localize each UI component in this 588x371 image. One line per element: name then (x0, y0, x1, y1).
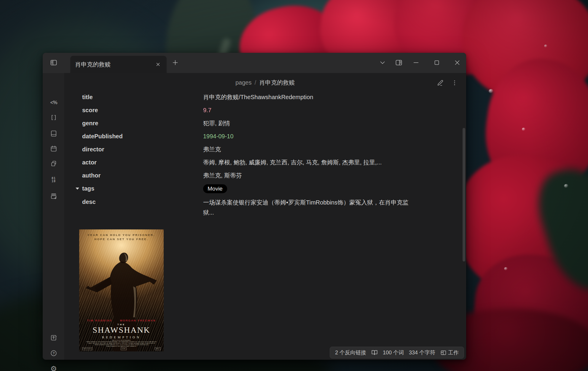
attr-value-desc[interactable]: 一场谋杀案使银行家安迪（蒂姆•罗宾斯TimRobbins饰）蒙冤入狱，在肖申克监… (203, 197, 412, 218)
close-window-icon[interactable] (454, 59, 461, 66)
tab-title: 肖申克的救赎 (75, 56, 111, 73)
left-dock: <% 01 10 (43, 73, 64, 360)
workspace-name: 工作 (448, 349, 459, 356)
poster-tagline-2: HOPE CAN SET YOU FREE. (79, 237, 164, 241)
more-kebab-icon[interactable] (451, 79, 458, 86)
safe-vault-icon[interactable] (50, 334, 57, 341)
poster-actor-left: TIM ROBBINS (87, 319, 112, 322)
char-count: 334 个字符 (409, 349, 435, 356)
editor-area: pages / 肖申克的救赎 title 肖申克的救赎/TheShawshank… (64, 73, 466, 360)
book-icon[interactable] (50, 130, 57, 137)
binary-bottom: 10 (52, 180, 56, 183)
status-bar: 2 个反向链接 100 个词 334 个字符 工作 (330, 347, 464, 359)
attribute-table: title 肖申克的救赎/TheShawshankRedemption scor… (82, 93, 412, 218)
calendar-icon[interactable] (50, 145, 57, 152)
maximize-icon[interactable] (433, 59, 440, 66)
poster-actor-names: TIM ROBBINS MORGAN FREEMAN (79, 319, 164, 322)
dock-panel-icon[interactable] (395, 59, 402, 66)
workspace-icon (440, 350, 447, 356)
settings-gear-icon[interactable]: ⚙ (50, 365, 57, 371)
minimize-icon[interactable] (412, 59, 420, 66)
attr-value-genre[interactable]: 犯罪, 剧情 (203, 119, 412, 128)
attr-key-score: score (82, 106, 203, 115)
copy-pages-icon[interactable] (50, 160, 57, 167)
tab-close-icon[interactable] (155, 61, 161, 67)
sidebar-toggle-icon[interactable] (50, 59, 57, 66)
poster-actor-right: MORGAN FREEMAN (120, 319, 156, 322)
attr-value-tags: Movie (203, 184, 412, 193)
poster-logo-right: SAVOY (155, 347, 161, 350)
tag-pill-movie[interactable]: Movie (203, 184, 227, 193)
attr-value-datepublished[interactable]: 1994-09-10 (203, 132, 412, 141)
edit-pencil-icon[interactable] (437, 79, 444, 86)
attr-key-title: title (82, 93, 203, 102)
brackets-icon[interactable] (50, 114, 57, 121)
workspace-switcher[interactable]: 工作 (440, 349, 459, 356)
book-open-icon[interactable] (371, 349, 378, 356)
template-icon[interactable]: <% (50, 99, 57, 106)
attr-key-datepublished: datePublished (82, 132, 203, 141)
breadcrumb-separator: / (254, 79, 256, 86)
titlebar: 肖申克的救赎 (43, 53, 466, 73)
breadcrumb-root[interactable]: pages (235, 79, 252, 86)
breadcrumb: pages / 肖申克的救赎 (64, 76, 466, 89)
attr-key-desc: desc (82, 197, 203, 218)
tab-shawshank[interactable]: 肖申克的救赎 (70, 56, 167, 73)
poster-logos: CASTLE ROCK DOLBY SAVOY (82, 347, 161, 350)
attr-key-genre: genre (82, 119, 203, 128)
backlinks-count[interactable]: 2 个反向链接 (335, 349, 366, 356)
app-window: 肖申克的救赎 (43, 53, 466, 360)
help-icon[interactable]: ? (50, 350, 57, 357)
poster-title-sub: REDEMPTION (79, 335, 164, 339)
collapse-caret-icon[interactable] (76, 188, 79, 190)
attr-value-score[interactable]: 9.7 (203, 106, 412, 115)
attr-value-title[interactable]: 肖申克的救赎/TheShawshankRedemption (203, 93, 412, 102)
svg-text:?: ? (52, 351, 55, 355)
chevron-down-icon[interactable] (379, 59, 386, 66)
poster-logo-left: CASTLE ROCK (82, 347, 93, 350)
breadcrumb-current[interactable]: 肖申克的救赎 (259, 79, 295, 87)
attr-key-tags: tags (82, 184, 203, 193)
poster-tagline-1: FEAR CAN HOLD YOU PRISONER. (79, 233, 164, 237)
poster-credits: CASTLE ROCK ENTERTAINMENT FRANK DARABONT… (82, 340, 161, 347)
attr-key-author: author (82, 171, 203, 180)
movie-poster[interactable]: FEAR CAN HOLD YOU PRISONER. HOPE CAN SET… (79, 229, 164, 351)
attr-key-director: director (82, 145, 203, 154)
binary-icon[interactable]: 01 10 (50, 176, 57, 183)
doc-header: pages / 肖申克的救赎 (64, 76, 466, 89)
poster-title-main: SHAWSHANK (79, 325, 164, 335)
attr-key-actor: actor (82, 158, 203, 167)
add-card-icon[interactable] (50, 193, 57, 200)
scrollbar-thumb[interactable] (463, 128, 465, 261)
poster-logo-mid: DOLBY (121, 347, 127, 350)
attr-value-actor[interactable]: 蒂姆, 摩根, 鲍勃, 威廉姆, 克兰西, 吉尔, 马克, 詹姆斯, 杰弗里, … (203, 158, 412, 167)
attr-value-author[interactable]: 弗兰克, 斯蒂芬 (203, 171, 412, 180)
attr-key-tags-label: tags (82, 185, 94, 192)
new-tab-icon[interactable] (172, 59, 179, 66)
word-count: 100 个词 (383, 349, 404, 356)
attr-value-director[interactable]: 弗兰克 (203, 145, 412, 154)
